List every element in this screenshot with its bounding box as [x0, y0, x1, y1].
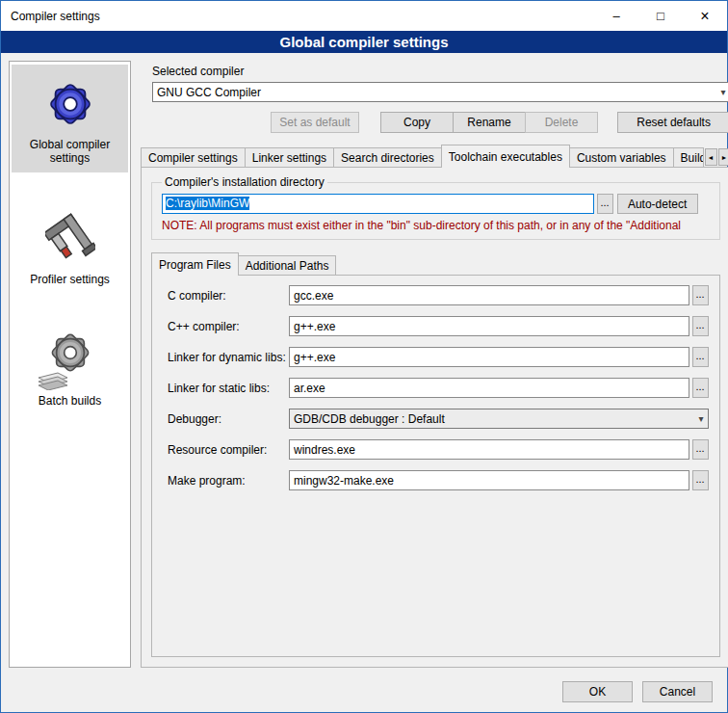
browse-directory-button[interactable]: ... [597, 194, 613, 214]
reset-defaults-button[interactable]: Reset defaults [617, 112, 728, 133]
minimize-button[interactable]: – [594, 1, 638, 31]
maximize-icon: □ [657, 10, 664, 22]
field-row: Linker for static libs: ... [168, 378, 709, 398]
field-row: Resource compiler: ... [168, 439, 709, 460]
tab-toolchain-executables[interactable]: Toolchain executables [441, 145, 570, 168]
sidebar-item-label: Profiler settings [13, 273, 126, 286]
field-row: Make program: ... [168, 470, 709, 490]
debugger-select-value: GDB/CDB debugger : Default [294, 412, 445, 426]
compiler-select[interactable]: GNU GCC Compiler ▾ [152, 82, 728, 102]
installation-directory-legend: Compiler's installation directory [162, 175, 327, 189]
program-files-tabstrip: Program Files Additional Paths [151, 252, 720, 275]
window-title: Compiler settings [1, 10, 100, 23]
caption-buttons: – □ × [594, 1, 727, 31]
linker-dynamic-label: Linker for dynamic libs: [168, 351, 289, 364]
debugger-select[interactable]: GDB/CDB debugger : Default ▾ [289, 409, 709, 429]
tab-scrollers: ◄ ► [704, 148, 728, 167]
main-panel: Selected compiler GNU GCC Compiler ▾ Set… [141, 61, 728, 668]
c-compiler-input[interactable] [289, 285, 689, 305]
close-button[interactable]: × [683, 1, 727, 31]
debugger-label: Debugger: [168, 412, 289, 426]
cancel-button[interactable]: Cancel [642, 681, 713, 702]
linker-static-input[interactable] [289, 378, 689, 398]
sidebar-item-global-compiler-settings[interactable]: Global compiler settings [12, 65, 128, 172]
linker-static-browse-button[interactable]: ... [692, 378, 709, 398]
resource-compiler-label: Resource compiler: [168, 443, 289, 457]
field-row: C compiler: ... [168, 285, 709, 305]
maximize-button[interactable]: □ [638, 1, 683, 31]
installation-directory-input[interactable]: C:\raylib\MinGW [162, 194, 594, 214]
tab-scroll-left-button[interactable]: ◄ [705, 148, 717, 166]
page-title: Global compiler settings [1, 31, 727, 53]
arrow-right-icon: ► [721, 154, 728, 161]
dialog-footer: OK Cancel [1, 672, 727, 712]
resource-compiler-browse-button[interactable]: ... [692, 439, 709, 460]
auto-detect-button[interactable]: Auto-detect [617, 194, 698, 214]
field-row: Linker for dynamic libs: ... [168, 347, 709, 367]
program-files-panel: C compiler: ... C++ compiler: ... Linker… [151, 275, 720, 657]
field-row: C++ compiler: ... [168, 316, 709, 336]
tab-scroll-right-button[interactable]: ► [718, 148, 728, 166]
installation-directory-row: C:\raylib\MinGW ... Auto-detect [162, 194, 698, 214]
chevron-down-icon: ▾ [699, 413, 704, 424]
resource-compiler-input[interactable] [289, 439, 689, 460]
profiler-tool-icon [13, 205, 126, 267]
chevron-down-icon: ▾ [721, 87, 726, 97]
sidebar-item-label: Batch builds [13, 394, 126, 408]
installation-directory-group: Compiler's installation directory C:\ray… [151, 175, 720, 240]
linker-dynamic-input[interactable] [289, 347, 689, 367]
c-compiler-label: C compiler: [168, 289, 289, 303]
stacked-sheets-icon [37, 371, 71, 390]
tab-additional-paths[interactable]: Additional Paths [238, 255, 337, 275]
gear-gray-icon [44, 327, 96, 388]
tab-linker-settings[interactable]: Linker settings [245, 147, 334, 167]
make-program-browse-button[interactable]: ... [692, 470, 709, 490]
linker-static-label: Linker for static libs: [168, 382, 289, 395]
compiler-settings-window: Compiler settings – □ × Global compiler … [0, 0, 728, 713]
tab-compiler-settings[interactable]: Compiler settings [141, 147, 246, 167]
selected-compiler-label: Selected compiler [152, 65, 728, 78]
copy-button[interactable]: Copy [380, 112, 454, 133]
minimize-icon: – [612, 10, 619, 22]
cpp-compiler-browse-button[interactable]: ... [692, 316, 709, 336]
sidebar-item-profiler-settings[interactable]: Profiler settings [12, 199, 128, 294]
sidebar-item-label: Global compiler settings [13, 138, 126, 165]
close-icon: × [700, 9, 709, 24]
ok-button[interactable]: OK [562, 681, 633, 702]
settings-tabstrip: Compiler settings Linker settings Search… [141, 145, 728, 167]
rename-button[interactable]: Rename [453, 112, 526, 133]
cpp-compiler-input[interactable] [289, 316, 689, 336]
titlebar[interactable]: Compiler settings – □ × [1, 1, 727, 31]
note-text: NOTE: All programs must exist either in … [162, 219, 712, 232]
sidebar: Global compiler settings Profiler se [9, 61, 131, 668]
make-program-label: Make program: [168, 474, 289, 488]
arrow-left-icon: ◄ [708, 154, 715, 161]
tab-custom-variables[interactable]: Custom variables [569, 147, 674, 167]
compiler-buttons-row: Set as default Copy Rename Delete Reset … [141, 112, 728, 133]
make-program-input[interactable] [289, 470, 689, 490]
tab-build-options[interactable]: Build [673, 147, 704, 167]
cpp-compiler-label: C++ compiler: [168, 320, 289, 333]
linker-dynamic-browse-button[interactable]: ... [692, 347, 709, 367]
installation-directory-value: C:\raylib\MinGW [166, 197, 249, 210]
c-compiler-browse-button[interactable]: ... [692, 285, 709, 305]
delete-button: Delete [525, 112, 598, 133]
field-row: Debugger: GDB/CDB debugger : Default ▾ [168, 409, 709, 429]
sidebar-item-batch-builds[interactable]: Batch builds [12, 321, 128, 415]
compiler-select-value: GNU GCC Compiler [157, 86, 261, 99]
content-area: Global compiler settings Profiler se [1, 53, 727, 672]
tab-program-files[interactable]: Program Files [151, 252, 239, 276]
toolchain-executables-panel: Compiler's installation directory C:\ray… [141, 167, 728, 668]
tab-search-directories[interactable]: Search directories [333, 147, 442, 167]
gear-blue-icon [13, 70, 126, 132]
set-as-default-button: Set as default [271, 112, 359, 133]
